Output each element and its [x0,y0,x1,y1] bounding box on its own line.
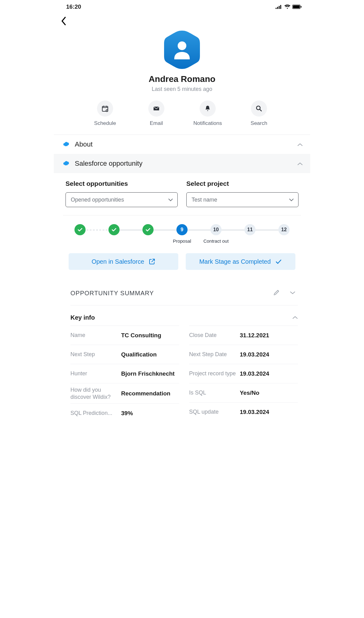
kv-value: 19.03.2024 [240,409,298,416]
select-project-label: Select project [186,180,298,187]
summary-collapse[interactable] [287,288,298,298]
salesforce-opportunity-title: Salesforce opportunity [75,160,293,168]
stage-caption-proposal: Proposal [173,238,191,244]
salesforce-icon [63,161,70,166]
search-label: Search [251,120,267,126]
email-icon [153,105,160,112]
calendar-icon [101,105,109,112]
select-project[interactable]: Test name [186,192,298,207]
notifications-action[interactable]: Notifications [191,100,225,126]
email-label: Email [150,120,163,126]
kv-value: Qualification [121,351,179,358]
kv-row: SQL Prediction...39% [70,403,179,423]
kv-value: Bjorn Frischknecht [121,370,179,377]
svg-rect-1 [277,7,278,9]
kv-row: Next StepQualification [70,345,179,364]
stage-done[interactable] [108,224,120,235]
search-icon [255,105,263,112]
salesforce-opportunity-accordion[interactable]: Salesforce opportunity [54,154,310,173]
stage-future[interactable]: 12 [278,224,290,235]
mark-stage-completed-label: Mark Stage as Completed [199,258,271,265]
kv-label: How did you discover Wildix? [70,386,121,400]
kv-value: Recommendation [121,390,179,397]
svg-point-7 [178,41,186,50]
open-in-salesforce-button[interactable]: Open in Salesforce [69,253,178,270]
key-info-right-col: Close Date31.12.2021 Next Step Date19.03… [189,326,298,423]
stage-caption-contract-out: Contract out [203,238,229,244]
schedule-label: Schedule [94,120,116,126]
stage-future[interactable]: 11 [244,224,256,235]
chevron-up-icon [292,316,298,319]
select-opportunities-label: Select opportunities [66,180,178,187]
kv-row: Project record type19.03.2024 [189,364,298,383]
select-opportunities[interactable]: Opened opportunities [66,192,178,207]
mark-stage-completed-button[interactable]: Mark Stage as Completed [186,253,295,270]
chevron-down-icon [289,197,294,203]
stage-done[interactable] [142,224,154,235]
stage-number: 11 [247,227,253,232]
kv-row: HunterBjorn Frischknecht [70,364,179,383]
schedule-action[interactable]: Schedule [88,100,122,126]
bell-icon [204,105,211,112]
kv-label: Is SQL [189,389,240,396]
check-icon [77,227,83,232]
kv-row: Next Step Date19.03.2024 [189,345,298,364]
email-action[interactable]: Email [139,100,173,126]
svg-line-17 [260,109,261,111]
status-indicators [276,5,302,9]
stage-done[interactable] [74,224,86,235]
kv-label: Close Date [189,332,240,339]
external-link-icon [149,258,155,265]
svg-rect-0 [276,8,277,9]
kv-value: 19.03.2024 [240,351,298,358]
kv-label: Next Step Date [189,351,240,358]
svg-rect-3 [280,5,281,9]
opportunity-summary-title: OPPORTUNITY SUMMARY [70,290,266,297]
about-title: About [75,140,293,148]
select-project-value: Test name [192,197,217,203]
kv-row: NameTC Consulting [70,326,179,345]
about-accordion[interactable]: About [54,135,310,154]
svg-rect-2 [279,6,280,9]
stage-progress: 9 Proposal 10 Contract out 11 12 [54,215,310,251]
status-time: 16:20 [66,3,81,10]
last-seen: Last seen 5 minutes ago [54,86,310,92]
check-icon [145,227,151,232]
stage-number: 10 [213,227,219,232]
search-action[interactable]: Search [242,100,276,126]
kv-row: How did you discover Wildix?Recommendati… [70,383,179,403]
kv-row: SQL update19.03.2024 [189,402,298,421]
battery-icon [292,5,302,9]
stage-current[interactable]: 9 [176,224,188,235]
kv-label: Name [70,332,121,339]
kv-value: 19.03.2024 [240,370,298,377]
signal-icon [276,5,282,9]
kv-row: Is SQLYes/No [189,383,298,402]
pencil-icon [273,289,280,296]
stage-future[interactable]: 10 [210,224,222,235]
key-info-title: Key info [70,314,292,321]
edit-button[interactable] [271,287,282,300]
avatar [163,30,201,70]
kv-value: 31.12.2021 [240,332,298,339]
check-icon [111,227,117,232]
stage-number: 12 [281,227,287,232]
salesforce-icon [63,142,70,147]
kv-label: SQL Prediction... [70,410,121,417]
chevron-left-icon [61,17,66,25]
notifications-label: Notifications [193,120,222,126]
chevron-down-icon [168,197,173,203]
open-in-salesforce-label: Open in Salesforce [91,258,144,265]
kv-row: Close Date31.12.2021 [189,326,298,345]
svg-rect-5 [293,5,300,8]
contact-name: Andrea Romano [54,74,310,84]
chevron-up-icon [297,140,303,148]
wifi-icon [284,5,290,9]
status-bar: 16:20 [54,0,310,14]
check-icon [275,258,282,265]
kv-label: Hunter [70,370,121,377]
key-info-collapse[interactable] [292,315,298,321]
stage-number: 9 [181,227,184,232]
back-button[interactable] [57,15,70,27]
svg-rect-6 [301,6,302,8]
